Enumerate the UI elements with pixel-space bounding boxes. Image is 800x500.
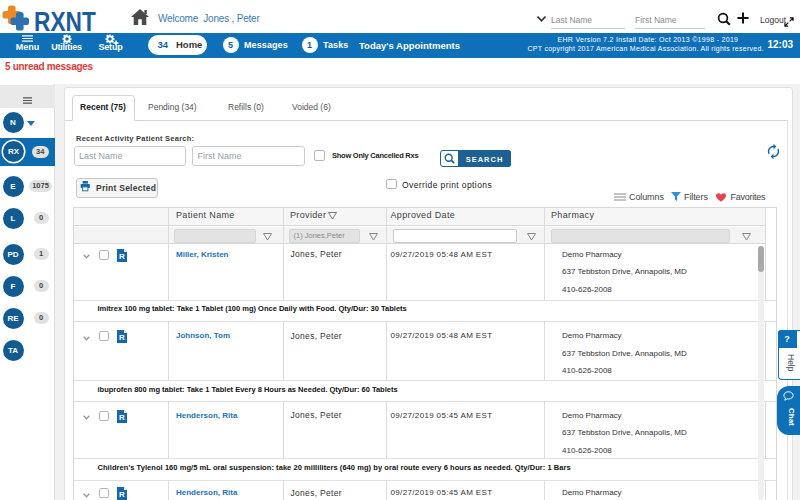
svg-text:R: R: [119, 333, 125, 342]
svg-text:R: R: [119, 252, 125, 261]
svg-text:R: R: [119, 490, 125, 499]
svg-text:R: R: [119, 413, 125, 422]
